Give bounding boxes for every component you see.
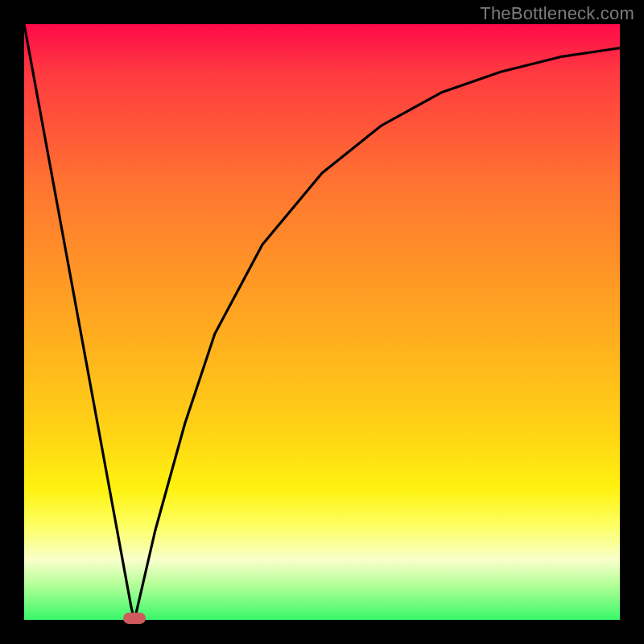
curve-line [24,24,620,620]
curve-svg [24,24,620,620]
minimum-marker [123,613,146,624]
watermark-text: TheBottleneck.com [480,3,634,24]
plot-area [24,24,620,620]
chart-frame: TheBottleneck.com [0,0,644,644]
